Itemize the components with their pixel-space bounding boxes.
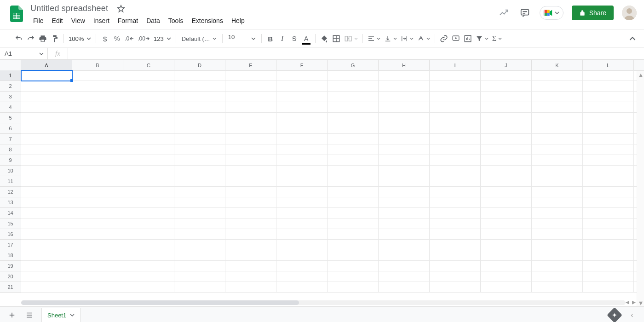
cell[interactable] — [430, 92, 481, 102]
menu-file[interactable]: File — [29, 15, 47, 26]
cell[interactable] — [430, 282, 481, 293]
cell[interactable] — [532, 271, 583, 282]
strikethrough-button[interactable]: S — [288, 33, 300, 45]
cell[interactable] — [328, 113, 379, 123]
menu-view[interactable]: View — [68, 15, 89, 26]
cell[interactable] — [123, 229, 174, 240]
cell[interactable] — [123, 282, 174, 293]
cell[interactable] — [532, 240, 583, 250]
comments-icon[interactable] — [518, 6, 531, 19]
cell[interactable] — [379, 197, 430, 208]
spreadsheet-grid[interactable]: ABCDEFGHIJKL1234567891011121314151617181… — [0, 60, 644, 306]
cell[interactable] — [21, 166, 72, 176]
cell[interactable] — [583, 176, 634, 187]
cell[interactable] — [328, 92, 379, 102]
cell[interactable] — [21, 218, 72, 229]
cell[interactable] — [225, 102, 276, 113]
cell[interactable] — [583, 187, 634, 197]
cell[interactable] — [379, 113, 430, 123]
cell[interactable] — [21, 250, 72, 261]
scroll-up-icon[interactable]: ▴ — [637, 71, 644, 78]
row-header[interactable]: 1 — [0, 70, 21, 81]
cell[interactable] — [174, 240, 225, 250]
select-all-corner[interactable] — [0, 60, 21, 71]
cell[interactable] — [123, 240, 174, 250]
menu-help[interactable]: Help — [228, 15, 248, 26]
cell[interactable] — [72, 102, 123, 113]
formula-input[interactable] — [68, 48, 644, 59]
cell[interactable] — [174, 92, 225, 102]
cell[interactable] — [328, 81, 379, 92]
column-header[interactable]: K — [532, 60, 583, 71]
cell[interactable] — [481, 261, 532, 271]
cell[interactable] — [123, 208, 174, 218]
chevron-down-icon[interactable] — [70, 313, 75, 317]
cell[interactable] — [583, 155, 634, 166]
cell[interactable] — [430, 134, 481, 144]
cell[interactable] — [532, 70, 583, 81]
cell[interactable] — [72, 271, 123, 282]
cell[interactable] — [225, 250, 276, 261]
cell[interactable] — [583, 102, 634, 113]
cell[interactable] — [21, 70, 72, 81]
add-sheet-button[interactable] — [6, 310, 17, 321]
cell[interactable] — [225, 271, 276, 282]
column-header[interactable]: A — [21, 60, 72, 71]
cell[interactable] — [225, 197, 276, 208]
cell[interactable] — [123, 113, 174, 123]
cell[interactable] — [276, 113, 328, 123]
cell[interactable] — [276, 123, 328, 134]
cell[interactable] — [583, 166, 634, 176]
filter-button[interactable] — [474, 33, 490, 45]
text-rotation-button[interactable] — [415, 33, 432, 45]
cell[interactable] — [481, 134, 532, 144]
cell[interactable] — [481, 187, 532, 197]
cell[interactable] — [379, 166, 430, 176]
column-header[interactable]: E — [225, 60, 276, 71]
cell[interactable] — [276, 166, 328, 176]
cell[interactable] — [72, 81, 123, 92]
cell[interactable] — [430, 166, 481, 176]
row-header[interactable]: 4 — [0, 102, 21, 113]
cell[interactable] — [481, 250, 532, 261]
cell[interactable] — [21, 208, 72, 218]
font-select[interactable]: Default (Ari... — [179, 33, 219, 45]
cell[interactable] — [276, 134, 328, 144]
cell[interactable] — [481, 102, 532, 113]
cell[interactable] — [174, 229, 225, 240]
cell[interactable] — [21, 176, 72, 187]
cell[interactable] — [174, 218, 225, 229]
cell[interactable] — [123, 271, 174, 282]
star-icon[interactable] — [115, 3, 126, 14]
cell[interactable] — [21, 261, 72, 271]
cell[interactable] — [583, 208, 634, 218]
column-header[interactable]: H — [379, 60, 430, 71]
cell[interactable] — [21, 282, 72, 293]
cell[interactable] — [430, 271, 481, 282]
zoom-select[interactable]: 100% — [67, 33, 93, 45]
undo-button[interactable] — [13, 33, 25, 45]
row-header[interactable]: 7 — [0, 134, 21, 144]
cell[interactable] — [430, 144, 481, 155]
cell[interactable] — [430, 176, 481, 187]
scroll-left-icon[interactable]: ◂ — [626, 298, 629, 306]
cell[interactable] — [532, 144, 583, 155]
cell[interactable] — [328, 250, 379, 261]
cell[interactable] — [225, 113, 276, 123]
column-header[interactable]: I — [430, 60, 481, 71]
cell[interactable] — [532, 155, 583, 166]
insert-chart-button[interactable] — [462, 33, 474, 45]
cell[interactable] — [583, 113, 634, 123]
cell[interactable] — [123, 134, 174, 144]
cell[interactable] — [72, 261, 123, 271]
cell[interactable] — [276, 144, 328, 155]
cell[interactable] — [328, 144, 379, 155]
cell[interactable] — [328, 282, 379, 293]
cell[interactable] — [532, 208, 583, 218]
cell[interactable] — [276, 92, 328, 102]
menu-extensions[interactable]: Extensions — [188, 15, 226, 26]
cell[interactable] — [72, 282, 123, 293]
row-header[interactable]: 2 — [0, 81, 21, 92]
column-header[interactable]: G — [328, 60, 379, 71]
cell[interactable] — [532, 261, 583, 271]
